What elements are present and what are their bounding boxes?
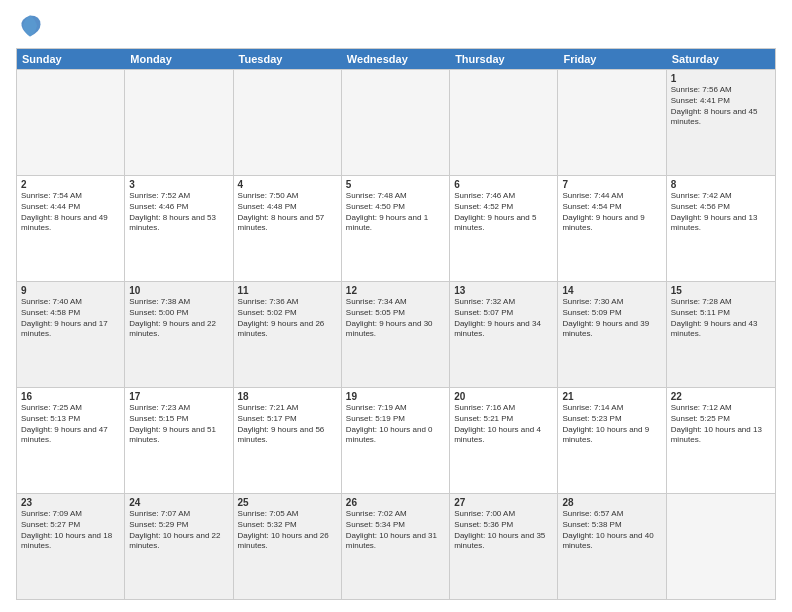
day-cell-20: 20Sunrise: 7:16 AM Sunset: 5:21 PM Dayli…: [450, 388, 558, 493]
day-number: 15: [671, 285, 771, 296]
day-number: 11: [238, 285, 337, 296]
day-cell-22: 22Sunrise: 7:12 AM Sunset: 5:25 PM Dayli…: [667, 388, 775, 493]
day-info: Sunrise: 7:32 AM Sunset: 5:07 PM Dayligh…: [454, 297, 553, 340]
day-cell-28: 28Sunrise: 6:57 AM Sunset: 5:38 PM Dayli…: [558, 494, 666, 599]
day-number: 18: [238, 391, 337, 402]
day-info: Sunrise: 7:44 AM Sunset: 4:54 PM Dayligh…: [562, 191, 661, 234]
calendar-row-3: 9Sunrise: 7:40 AM Sunset: 4:58 PM Daylig…: [17, 281, 775, 387]
empty-cell-0-3: [342, 70, 450, 175]
day-number: 24: [129, 497, 228, 508]
day-cell-16: 16Sunrise: 7:25 AM Sunset: 5:13 PM Dayli…: [17, 388, 125, 493]
day-info: Sunrise: 7:21 AM Sunset: 5:17 PM Dayligh…: [238, 403, 337, 446]
day-info: Sunrise: 7:05 AM Sunset: 5:32 PM Dayligh…: [238, 509, 337, 552]
day-cell-21: 21Sunrise: 7:14 AM Sunset: 5:23 PM Dayli…: [558, 388, 666, 493]
day-number: 4: [238, 179, 337, 190]
day-header-friday: Friday: [558, 49, 666, 69]
day-header-thursday: Thursday: [450, 49, 558, 69]
logo: [16, 12, 48, 40]
day-info: Sunrise: 6:57 AM Sunset: 5:38 PM Dayligh…: [562, 509, 661, 552]
calendar-row-1: 1Sunrise: 7:56 AM Sunset: 4:41 PM Daylig…: [17, 69, 775, 175]
day-cell-9: 9Sunrise: 7:40 AM Sunset: 4:58 PM Daylig…: [17, 282, 125, 387]
day-number: 3: [129, 179, 228, 190]
calendar-body: 1Sunrise: 7:56 AM Sunset: 4:41 PM Daylig…: [17, 69, 775, 599]
day-info: Sunrise: 7:34 AM Sunset: 5:05 PM Dayligh…: [346, 297, 445, 340]
day-number: 28: [562, 497, 661, 508]
day-info: Sunrise: 7:50 AM Sunset: 4:48 PM Dayligh…: [238, 191, 337, 234]
day-cell-10: 10Sunrise: 7:38 AM Sunset: 5:00 PM Dayli…: [125, 282, 233, 387]
day-cell-7: 7Sunrise: 7:44 AM Sunset: 4:54 PM Daylig…: [558, 176, 666, 281]
day-number: 13: [454, 285, 553, 296]
day-number: 5: [346, 179, 445, 190]
day-info: Sunrise: 7:56 AM Sunset: 4:41 PM Dayligh…: [671, 85, 771, 128]
day-cell-26: 26Sunrise: 7:02 AM Sunset: 5:34 PM Dayli…: [342, 494, 450, 599]
day-number: 9: [21, 285, 120, 296]
day-info: Sunrise: 7:28 AM Sunset: 5:11 PM Dayligh…: [671, 297, 771, 340]
day-header-monday: Monday: [125, 49, 233, 69]
calendar: SundayMondayTuesdayWednesdayThursdayFrid…: [16, 48, 776, 600]
empty-cell-0-2: [234, 70, 342, 175]
day-info: Sunrise: 7:16 AM Sunset: 5:21 PM Dayligh…: [454, 403, 553, 446]
day-cell-18: 18Sunrise: 7:21 AM Sunset: 5:17 PM Dayli…: [234, 388, 342, 493]
day-cell-12: 12Sunrise: 7:34 AM Sunset: 5:05 PM Dayli…: [342, 282, 450, 387]
day-cell-23: 23Sunrise: 7:09 AM Sunset: 5:27 PM Dayli…: [17, 494, 125, 599]
day-header-wednesday: Wednesday: [342, 49, 450, 69]
day-number: 1: [671, 73, 771, 84]
day-info: Sunrise: 7:25 AM Sunset: 5:13 PM Dayligh…: [21, 403, 120, 446]
day-info: Sunrise: 7:48 AM Sunset: 4:50 PM Dayligh…: [346, 191, 445, 234]
day-info: Sunrise: 7:02 AM Sunset: 5:34 PM Dayligh…: [346, 509, 445, 552]
day-number: 10: [129, 285, 228, 296]
calendar-row-2: 2Sunrise: 7:54 AM Sunset: 4:44 PM Daylig…: [17, 175, 775, 281]
day-cell-15: 15Sunrise: 7:28 AM Sunset: 5:11 PM Dayli…: [667, 282, 775, 387]
day-info: Sunrise: 7:42 AM Sunset: 4:56 PM Dayligh…: [671, 191, 771, 234]
day-info: Sunrise: 7:54 AM Sunset: 4:44 PM Dayligh…: [21, 191, 120, 234]
day-info: Sunrise: 7:30 AM Sunset: 5:09 PM Dayligh…: [562, 297, 661, 340]
empty-cell-0-0: [17, 70, 125, 175]
day-cell-2: 2Sunrise: 7:54 AM Sunset: 4:44 PM Daylig…: [17, 176, 125, 281]
day-number: 22: [671, 391, 771, 402]
day-number: 12: [346, 285, 445, 296]
day-number: 14: [562, 285, 661, 296]
day-cell-8: 8Sunrise: 7:42 AM Sunset: 4:56 PM Daylig…: [667, 176, 775, 281]
calendar-row-4: 16Sunrise: 7:25 AM Sunset: 5:13 PM Dayli…: [17, 387, 775, 493]
day-cell-1: 1Sunrise: 7:56 AM Sunset: 4:41 PM Daylig…: [667, 70, 775, 175]
day-header-sunday: Sunday: [17, 49, 125, 69]
day-number: 20: [454, 391, 553, 402]
day-cell-27: 27Sunrise: 7:00 AM Sunset: 5:36 PM Dayli…: [450, 494, 558, 599]
day-number: 2: [21, 179, 120, 190]
day-info: Sunrise: 7:12 AM Sunset: 5:25 PM Dayligh…: [671, 403, 771, 446]
calendar-header: SundayMondayTuesdayWednesdayThursdayFrid…: [17, 49, 775, 69]
day-cell-19: 19Sunrise: 7:19 AM Sunset: 5:19 PM Dayli…: [342, 388, 450, 493]
day-cell-3: 3Sunrise: 7:52 AM Sunset: 4:46 PM Daylig…: [125, 176, 233, 281]
day-cell-6: 6Sunrise: 7:46 AM Sunset: 4:52 PM Daylig…: [450, 176, 558, 281]
header: [16, 12, 776, 40]
day-number: 21: [562, 391, 661, 402]
day-number: 7: [562, 179, 661, 190]
day-number: 26: [346, 497, 445, 508]
day-info: Sunrise: 7:40 AM Sunset: 4:58 PM Dayligh…: [21, 297, 120, 340]
empty-cell-0-5: [558, 70, 666, 175]
day-cell-25: 25Sunrise: 7:05 AM Sunset: 5:32 PM Dayli…: [234, 494, 342, 599]
day-info: Sunrise: 7:07 AM Sunset: 5:29 PM Dayligh…: [129, 509, 228, 552]
day-number: 16: [21, 391, 120, 402]
empty-cell-0-4: [450, 70, 558, 175]
day-number: 27: [454, 497, 553, 508]
day-info: Sunrise: 7:52 AM Sunset: 4:46 PM Dayligh…: [129, 191, 228, 234]
day-cell-17: 17Sunrise: 7:23 AM Sunset: 5:15 PM Dayli…: [125, 388, 233, 493]
day-number: 17: [129, 391, 228, 402]
page: SundayMondayTuesdayWednesdayThursdayFrid…: [0, 0, 792, 612]
day-number: 25: [238, 497, 337, 508]
day-cell-24: 24Sunrise: 7:07 AM Sunset: 5:29 PM Dayli…: [125, 494, 233, 599]
day-info: Sunrise: 7:36 AM Sunset: 5:02 PM Dayligh…: [238, 297, 337, 340]
day-info: Sunrise: 7:23 AM Sunset: 5:15 PM Dayligh…: [129, 403, 228, 446]
day-info: Sunrise: 7:14 AM Sunset: 5:23 PM Dayligh…: [562, 403, 661, 446]
day-cell-13: 13Sunrise: 7:32 AM Sunset: 5:07 PM Dayli…: [450, 282, 558, 387]
day-info: Sunrise: 7:09 AM Sunset: 5:27 PM Dayligh…: [21, 509, 120, 552]
empty-cell-0-1: [125, 70, 233, 175]
day-info: Sunrise: 7:38 AM Sunset: 5:00 PM Dayligh…: [129, 297, 228, 340]
empty-cell-4-6: [667, 494, 775, 599]
day-number: 19: [346, 391, 445, 402]
logo-icon: [16, 12, 44, 40]
day-info: Sunrise: 7:46 AM Sunset: 4:52 PM Dayligh…: [454, 191, 553, 234]
calendar-row-5: 23Sunrise: 7:09 AM Sunset: 5:27 PM Dayli…: [17, 493, 775, 599]
day-header-tuesday: Tuesday: [234, 49, 342, 69]
